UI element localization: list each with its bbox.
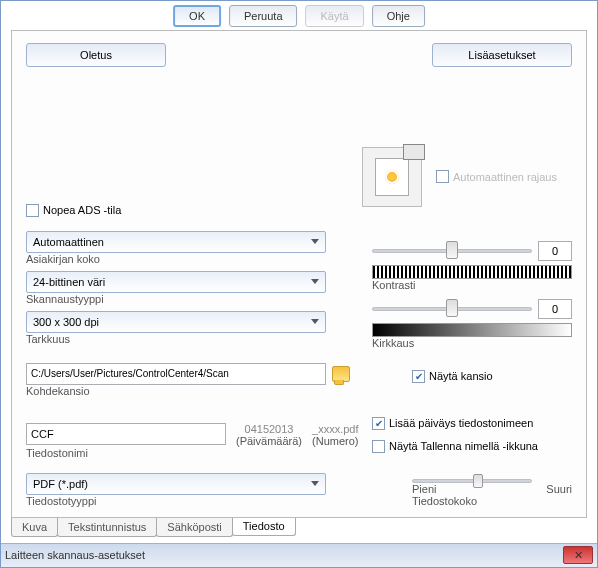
autocrop-checkbox[interactable] — [436, 171, 449, 184]
show-saveas-label: Näytä Tallenna nimellä -ikkuna — [389, 441, 538, 453]
add-date-checkbox[interactable] — [372, 417, 385, 430]
resolution-select[interactable]: 300 x 300 dpi — [26, 311, 326, 333]
slider-thumb[interactable] — [446, 299, 458, 317]
date-label: (Päivämäärä) — [236, 435, 302, 447]
titlebar: Laitteen skannaus-asetukset ✕ — [1, 543, 597, 567]
close-button[interactable]: ✕ — [563, 547, 593, 565]
tab-kuva[interactable]: Kuva — [11, 518, 58, 537]
show-folder-label: Näytä kansio — [429, 371, 493, 383]
brightness-gradient — [372, 323, 572, 337]
tab-strip: Kuva Tekstintunnistus Sähköposti Tiedost… — [11, 518, 597, 537]
resolution-label: Tarkkuus — [26, 333, 70, 345]
preview-thumbnail — [362, 147, 422, 207]
num-label: (Numero) — [312, 435, 358, 447]
filename-label: Tiedostonimi — [26, 447, 88, 459]
contrast-slider[interactable] — [372, 249, 532, 253]
contrast-label: Kontrasti — [372, 279, 415, 291]
ok-button[interactable]: OK — [173, 5, 221, 27]
num-suffix: _xxxx.pdf — [312, 423, 358, 435]
brightness-value[interactable]: 0 — [538, 299, 572, 319]
help-button[interactable]: Ohje — [372, 5, 425, 27]
contrast-value[interactable]: 0 — [538, 241, 572, 261]
contrast-gradient — [372, 265, 572, 279]
dialog-window: Laitteen skannaus-asetukset ✕ Kuva Tekst… — [0, 0, 598, 568]
filesize-slider[interactable] — [412, 479, 532, 483]
filetype-label: Tiedostotyyppi — [26, 495, 97, 507]
tab-sahkoposti[interactable]: Sähköposti — [156, 518, 232, 537]
show-saveas-row[interactable]: Näytä Tallenna nimellä -ikkuna — [372, 440, 572, 453]
add-date-row[interactable]: Lisää päiväys tiedostonimeen — [372, 417, 572, 430]
destfolder-input[interactable]: C:/Users/User/Pictures/ControlCenter4/Sc… — [26, 363, 326, 385]
browse-folder-button[interactable] — [332, 366, 350, 382]
docsize-select[interactable]: Automaattinen — [26, 231, 326, 253]
close-icon: ✕ — [574, 549, 583, 562]
autocrop-row[interactable]: Automaattinen rajaus — [436, 171, 557, 184]
filesize-label: Tiedostokoko — [412, 495, 477, 507]
filesize-large: Suuri — [546, 483, 572, 495]
add-date-label: Lisää päiväys tiedostonimeen — [389, 418, 533, 430]
slider-thumb[interactable] — [473, 474, 483, 488]
fast-adf-label: Nopea ADS -tila — [43, 205, 121, 217]
slider-thumb[interactable] — [446, 241, 458, 259]
chevron-down-icon — [311, 280, 319, 285]
default-button[interactable]: Oletus — [26, 43, 166, 67]
brightness-label: Kirkkaus — [372, 337, 414, 349]
fast-adf-checkbox[interactable] — [26, 204, 39, 217]
sample-image-icon — [375, 158, 409, 196]
dialog-button-row: OK Peruuta Käytä Ohje — [173, 5, 425, 27]
show-saveas-checkbox[interactable] — [372, 440, 385, 453]
advanced-button[interactable]: Lisäasetukset — [432, 43, 572, 67]
brightness-slider[interactable] — [372, 307, 532, 311]
scantype-select[interactable]: 24-bittinen väri — [26, 271, 326, 293]
destfolder-label: Kohdekansio — [26, 385, 90, 397]
tab-tekstintunnistus[interactable]: Tekstintunnistus — [57, 518, 157, 537]
scantype-label: Skannaustyyppi — [26, 293, 104, 305]
filetype-select[interactable]: PDF (*.pdf) — [26, 473, 326, 495]
show-folder-row[interactable]: Näytä kansio — [412, 370, 572, 383]
filetype-value: PDF (*.pdf) — [33, 478, 88, 490]
preview-overlay-icon — [403, 144, 425, 160]
chevron-down-icon — [311, 320, 319, 325]
cancel-button[interactable]: Peruuta — [229, 5, 298, 27]
filesize-small: Pieni — [412, 483, 436, 495]
tab-panel: Tiedostotyyppi PDF (*.pdf) Tiedostokoko … — [11, 30, 587, 518]
show-folder-checkbox[interactable] — [412, 370, 425, 383]
apply-button[interactable]: Käytä — [306, 5, 364, 27]
fast-adf-row[interactable]: Nopea ADS -tila — [26, 204, 346, 217]
docsize-label: Asiakirjan koko — [26, 253, 100, 265]
tab-tiedosto[interactable]: Tiedosto — [232, 517, 296, 536]
filename-input[interactable]: CCF — [26, 423, 226, 445]
window-title: Laitteen skannaus-asetukset — [5, 550, 145, 562]
chevron-down-icon — [311, 482, 319, 487]
chevron-down-icon — [311, 240, 319, 245]
autocrop-label: Automaattinen rajaus — [453, 171, 557, 183]
date-value: 04152013 — [245, 423, 294, 435]
